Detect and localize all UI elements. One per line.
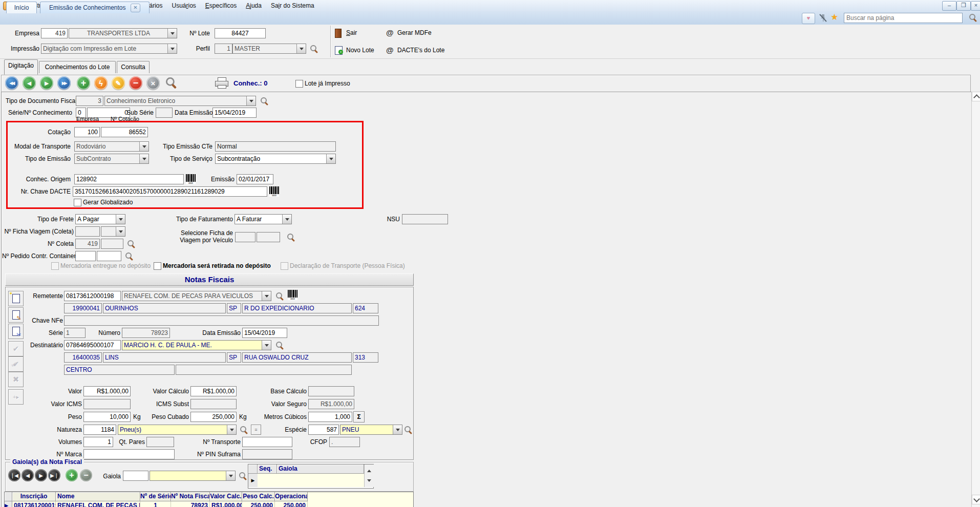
remetente-doc-field[interactable]: 08173612000198 [64,291,121,301]
add-record-icon[interactable]: + [77,76,90,90]
close-button[interactable]: × [971,1,980,11]
gaiola-last-icon[interactable]: ▶❘ [48,469,60,481]
metros-cubicos-field[interactable]: 1,000 [308,412,352,422]
peso-cubado-field[interactable]: 250,000 [190,412,237,422]
lightning-icon[interactable]: ϟ [94,76,108,90]
edit-record-icon[interactable]: ✎ [112,76,125,90]
sigma-button[interactable]: Σ [353,411,365,422]
previous-record-icon[interactable]: ◀ [23,76,36,90]
data-emissao-field[interactable]: 15/04/2019 [212,108,257,118]
natureza-code-field[interactable]: 1184 [83,425,116,435]
tab-inicio[interactable]: Início [6,2,37,13]
gaiola-remove-icon[interactable]: − [80,469,92,481]
lote-field[interactable]: 84427 [215,28,266,38]
cotacao-numero-field[interactable]: 86552 [101,127,148,137]
cotacao-empresa-field[interactable]: 100 [74,127,100,137]
tab-conhecimentos-do-lote[interactable]: Conhecimentos do Lote [39,61,116,73]
header-divider [330,26,331,57]
num-transporte-field[interactable] [242,437,292,447]
tipo-faturamento-combo[interactable]: A Faturar [235,214,292,224]
chave-nfe-field[interactable] [64,315,379,326]
gerar-mdfe-button[interactable]: @ Gerar MDFe [386,28,468,38]
minimize-button[interactable]: – [942,1,956,11]
coleta-search-icon[interactable] [127,240,136,248]
gaiola-first-icon[interactable]: ❘◀ [8,469,20,481]
menu-especificos[interactable]: Específicos [201,0,241,11]
gaiola-grid-scrollbar[interactable] [364,464,374,487]
gerar-globalizado-checkbox[interactable] [74,199,81,206]
natureza-search-icon[interactable] [240,426,248,434]
nf-cut-button[interactable]: ✂ [8,324,24,339]
gaiola-previous-icon[interactable]: ◀ [22,469,34,481]
search-records-icon[interactable] [165,77,178,89]
especie-search-icon[interactable] [404,426,413,434]
search-input[interactable] [844,13,963,23]
tipo-frete-combo[interactable]: A Pagar [75,214,125,224]
row-selector-icon[interactable]: ▶ [248,474,258,487]
tipo-documento-combo: Conhecimento Eletronico [104,96,256,106]
menu-sair-do-sistema[interactable]: Sair do Sistema [266,0,319,11]
gaiola-combo[interactable] [150,471,236,481]
destinatario-combo[interactable]: MARCIO H. C. DE PAULA - ME. [122,340,271,350]
tab-digitacao[interactable]: Digitação [4,59,38,75]
gaiola-code-field[interactable] [123,471,148,481]
table-row[interactable]: ▶ 08173612000198 RENAFEL COM. DE PECAS P… [5,501,413,507]
first-record-icon[interactable]: ◀◀ [5,76,18,90]
restore-button[interactable]: ❒ [956,1,971,11]
pedido-container-code-field[interactable] [75,251,96,261]
destinatario-search-icon[interactable] [275,341,284,350]
last-record-icon[interactable]: ▶▶ [57,76,71,90]
perfil-search-icon[interactable] [310,45,318,53]
tipo-servico-combo[interactable]: Subcontratação [215,154,336,164]
tab-consulta[interactable]: Consulta [117,61,150,73]
chave-dacte-field[interactable]: 3517015266163400205157000000128902116128… [73,186,267,197]
remetente-search-icon[interactable] [275,292,284,301]
num-marca-field[interactable] [83,449,175,459]
nf-new-button[interactable]: ✶ [8,291,24,306]
hierarchy-button[interactable]: ≡ [251,425,261,435]
scroll-down-icon[interactable] [972,495,980,504]
vertical-scrollbar[interactable] [971,92,980,507]
scroll-up-icon[interactable] [972,92,980,101]
gaiola-add-icon[interactable]: + [66,469,78,481]
tab-close-icon[interactable]: ✕ [131,4,140,12]
next-record-icon[interactable]: ▶ [40,76,53,90]
empresa-code-field[interactable]: 419 [41,28,68,38]
especie-combo[interactable]: PNEU [340,425,402,435]
conhec-origem-field[interactable]: 128902 [74,174,184,184]
pedido-container-field[interactable] [97,251,121,261]
scroll-up-icon[interactable] [367,468,371,472]
tipo-documento-search-icon[interactable] [260,97,269,105]
tipo-documento-label: Tipo de Documento Fiscal [6,96,72,106]
natureza-combo[interactable]: Pneu(s) [118,425,237,435]
favorites-toggle-button[interactable]: ♥ [802,13,815,24]
pedido-container-search-icon[interactable] [125,252,134,261]
emissao-origem-field[interactable]: 02/01/2017 [237,174,273,184]
gaiola-grid-empty-row[interactable] [258,474,364,487]
volumes-field[interactable]: 1 [83,437,113,447]
barcode-icon [288,290,297,300]
cancel-record-icon[interactable]: × [146,76,160,90]
ficha-veiculo-search-icon[interactable] [287,233,295,242]
especie-code-field[interactable]: 587 [308,425,339,435]
valor-calculo-field[interactable]: R$1.000,00 [190,386,237,396]
nf-edit-button[interactable]: ✎ [8,307,24,323]
pin-icon[interactable] [818,13,827,23]
printer-icon[interactable] [215,77,228,89]
peso-field[interactable]: 10,000 [83,412,131,422]
destinatario-doc-field[interactable]: 07864695000107 [64,340,121,350]
lote-ja-impresso-checkbox[interactable] [295,80,303,88]
scroll-down-icon[interactable] [367,479,371,484]
search-icon[interactable] [969,13,977,22]
gaiola-next-icon[interactable]: ▶ [35,469,47,481]
delete-record-icon[interactable]: − [129,76,142,90]
dacte-lote-button[interactable]: @ DACTE's do Lote [386,46,468,56]
gaiola-search-icon[interactable] [239,472,247,480]
favorites-star-icon[interactable]: ★ [830,12,838,23]
menu-ajuda[interactable]: Ajuda [241,0,266,11]
tab-emissao-conhecimentos[interactable]: Emissão de Conhecimentos ✕ [40,2,150,13]
mercadoria-retirada-checkbox[interactable] [154,262,161,270]
menu-usuarios[interactable]: Usuários [167,0,200,11]
nf-data-field[interactable]: 15/04/2019 [242,328,287,338]
valor-field[interactable]: R$1.000,00 [83,386,131,396]
